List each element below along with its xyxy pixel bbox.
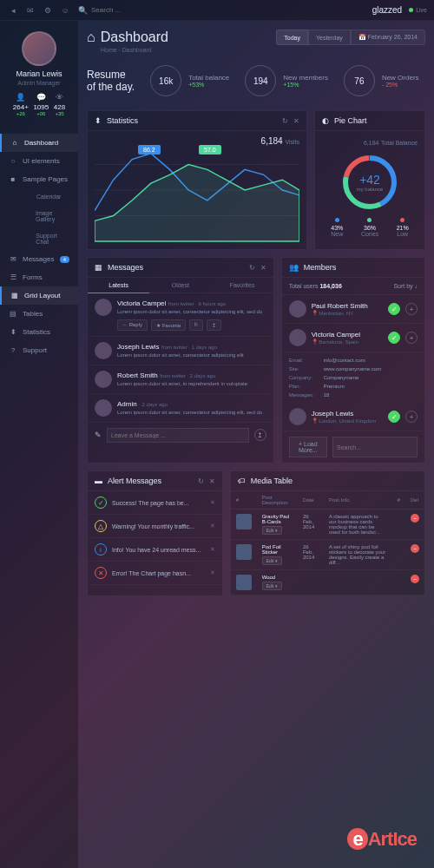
kpi: 194New members+15%	[245, 65, 328, 96]
alert-item: iInfo! You have 24 unread mess...✕	[88, 538, 222, 562]
date-yesterday-button[interactable]: Yesterday	[308, 30, 351, 45]
chart-tooltip: 57.0	[199, 145, 221, 155]
delete-button[interactable]: −	[411, 575, 419, 583]
warning-icon: △	[95, 520, 107, 532]
member-item: Victoria Campel📍 Barcelona, Spain✓+	[282, 324, 424, 352]
alert-icon: ▬	[95, 477, 102, 485]
refresh-icon[interactable]: ↻	[249, 264, 255, 272]
edit-button[interactable]: Edit ▾	[262, 582, 282, 590]
table-header: #	[392, 491, 405, 510]
profile-name: Marian Lewis	[7, 69, 71, 78]
close-icon[interactable]: ✕	[210, 546, 215, 553]
msg-action-button[interactable]: ⎘	[189, 319, 203, 331]
msg-action-button[interactable]: ★ Favorite	[151, 319, 186, 331]
sidebar-item[interactable]: ☰Forms	[0, 268, 78, 286]
page-title: ⌂ Dashboard	[87, 30, 168, 45]
edit-button[interactable]: Edit ▾	[262, 556, 282, 565]
add-button[interactable]: +	[405, 332, 418, 344]
msg-action-button[interactable]: ← Reply	[117, 319, 148, 331]
check-button[interactable]: ✓	[388, 303, 400, 315]
members-icon: 👥	[289, 263, 299, 272]
member-item: Joseph Lewis📍 London, United Kingdom✓+	[282, 403, 424, 431]
delete-button[interactable]: −	[411, 544, 419, 553]
refresh-icon[interactable]: ↻	[282, 117, 288, 125]
search-input[interactable]	[91, 6, 178, 14]
alerts-panel: ▬ Alert Messages ↻ ✕ ✓Success! The page …	[87, 470, 223, 596]
mail-icon[interactable]: ✉	[24, 4, 36, 16]
breadcrumb: Home · Dashboard	[101, 47, 425, 53]
gear-icon[interactable]: ⚙	[42, 4, 54, 16]
table-header: Date	[298, 491, 324, 510]
kpi: 76New Orders- 25%	[344, 65, 419, 96]
sidebar-item[interactable]: Image Gallery	[0, 205, 78, 227]
msg-action-button[interactable]: ↥	[207, 319, 221, 331]
message-item: Admin · 2 days agoLorem ipsum dolor sit …	[88, 394, 273, 423]
member-search-input[interactable]	[332, 437, 418, 457]
send-button[interactable]: ↥	[254, 429, 266, 441]
user-icon[interactable]: ☺	[59, 4, 71, 16]
sidebar-item[interactable]: Support Chat	[0, 227, 78, 250]
message-input[interactable]	[107, 428, 249, 443]
legend-item: 36%Cones	[361, 218, 378, 237]
brand: glazzed	[372, 5, 402, 15]
donut-chart: +42 my balance	[339, 152, 400, 213]
sidebar-item[interactable]: ⌂Dashboard	[0, 134, 78, 152]
close-icon[interactable]: ✕	[210, 499, 215, 506]
avatar[interactable]	[95, 371, 112, 388]
close-icon[interactable]: ✕	[210, 523, 215, 529]
member-item: Paul Robert Smith📍 Manhattan, NY✓+	[282, 295, 424, 324]
messages-icon: ▦	[95, 263, 102, 272]
sidebar-item[interactable]: ▦Grid Layout	[0, 286, 78, 305]
close-icon[interactable]: ✕	[210, 569, 215, 576]
profile: Marian Lewis Admin Manager 👤264++26💬1095…	[0, 28, 78, 125]
avatar[interactable]	[95, 299, 112, 316]
sidebar-item[interactable]: ○UI elements	[0, 152, 78, 170]
profile-role: Admin Manager	[7, 80, 71, 86]
delete-button[interactable]: −	[411, 514, 419, 523]
close-icon[interactable]: ✕	[209, 477, 215, 485]
member-details: Email:info@contact.comSite:www.companyna…	[282, 352, 424, 403]
sidebar-item[interactable]: ⬍Statistics	[0, 323, 78, 341]
table-row: Gravity Pad B-CardsEdit ▾26 Feb, 2014A c…	[231, 510, 424, 540]
avatar[interactable]	[289, 300, 306, 318]
tab[interactable]: Favorites	[211, 278, 273, 293]
date-buttons: Today Yesterday 📅 February 26, 2014	[276, 30, 425, 45]
profile-stat: 👤264++26	[13, 93, 29, 116]
resume-title: Resume of the day.	[87, 69, 135, 94]
back-icon[interactable]: ◂	[7, 4, 19, 16]
edit-button[interactable]: Edit ▾	[262, 526, 282, 535]
tab[interactable]: Latests	[88, 278, 149, 293]
table-row: WoodEdit ▾−	[231, 570, 424, 595]
add-button[interactable]: +	[405, 303, 418, 315]
avatar[interactable]	[95, 399, 112, 417]
statistics-panel: ⬍ Statistics ↻ ✕ 6,184 Visits 86.2 57.0	[87, 110, 307, 250]
avatar[interactable]	[289, 408, 306, 425]
message-item: Robert Smith from twitter · 2 days agoLo…	[88, 365, 273, 394]
tab[interactable]: Oldest	[149, 278, 211, 293]
search-icon: 🔍	[78, 6, 88, 15]
close-icon[interactable]: ✕	[260, 264, 266, 272]
date-picker-button[interactable]: 📅 February 26, 2014	[351, 30, 425, 45]
refresh-icon[interactable]: ↻	[198, 477, 204, 485]
avatar[interactable]	[95, 342, 112, 359]
sidebar-item[interactable]: ▤Tables	[0, 305, 78, 323]
chart-tooltip: 86.2	[138, 145, 161, 155]
close-icon[interactable]: ✕	[293, 117, 299, 125]
legend-item: 43%New	[331, 218, 343, 237]
date-today-button[interactable]: Today	[276, 30, 308, 45]
media-table: #Post DescriptionDatePost Info#Del Gravi…	[231, 491, 424, 595]
check-button[interactable]: ✓	[388, 332, 400, 344]
sidebar-item[interactable]: ?Support	[0, 341, 78, 359]
line-chart: 6,184 Visits 86.2 57.0	[95, 138, 299, 242]
sidebar-item[interactable]: Calendar	[0, 188, 78, 205]
sort-button[interactable]: Sort by ↓	[393, 283, 418, 289]
avatar[interactable]	[22, 31, 56, 66]
messages-panel: ▦ Messages ↻ ✕ LatestsOldestFavorites Vi…	[87, 257, 274, 464]
sidebar-item[interactable]: ✉Messages4	[0, 250, 78, 268]
check-button[interactable]: ✓	[388, 411, 400, 423]
nav: ⌂Dashboard○UI elements■Sample PagesCalen…	[0, 134, 78, 359]
sidebar-item[interactable]: ■Sample Pages	[0, 170, 78, 188]
add-button[interactable]: +	[405, 411, 418, 423]
avatar[interactable]	[289, 329, 306, 346]
load-more-button[interactable]: + Load More...	[289, 437, 327, 457]
